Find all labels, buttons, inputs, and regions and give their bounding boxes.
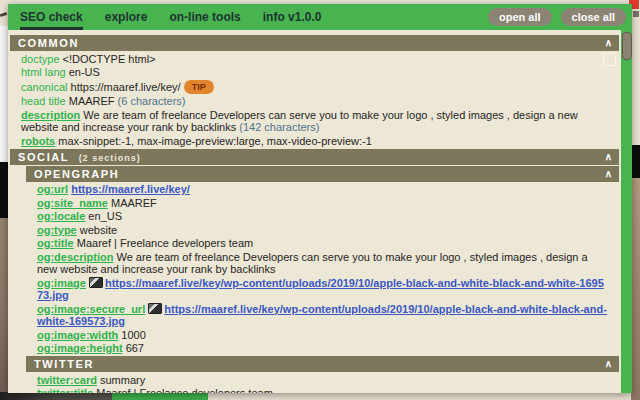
- chevron-up-icon: ∧: [605, 356, 612, 371]
- meta-key-link[interactable]: og:url: [37, 183, 68, 195]
- close-all-button[interactable]: close all: [561, 8, 626, 26]
- chevron-up-icon: ∧: [605, 166, 612, 181]
- meta-value: <!DOCTYPE html>: [63, 53, 156, 65]
- meta-key-link[interactable]: og:locale: [37, 210, 85, 222]
- background-page-strip: [0, 392, 112, 400]
- tab-explore[interactable]: explore: [105, 4, 148, 30]
- meta-value: website: [80, 224, 117, 236]
- meta-key: head title: [21, 95, 66, 107]
- meta-key: doctype: [21, 53, 60, 65]
- section-title: TWITTER: [34, 358, 94, 370]
- meta-row: canonical https://maaref.live/key/ TIP: [8, 79, 621, 95]
- scrollbar-thumb[interactable]: [622, 32, 632, 60]
- meta-row: og:type website: [8, 223, 621, 237]
- subsection-rows: twitter:card summarytwitter:title Maaref…: [8, 373, 621, 393]
- character-count-note: (142 characters): [236, 121, 319, 133]
- meta-row: og:image:secure_url https://maaref.live/…: [8, 302, 621, 328]
- meta-key-link[interactable]: og:image:height: [37, 342, 123, 354]
- meta-key-link[interactable]: og:image:width: [37, 329, 118, 341]
- section-header-twitter[interactable]: TWITTER∧: [26, 356, 619, 372]
- meta-row: og:image:width 1000: [8, 328, 621, 342]
- meta-value-link[interactable]: https://maaref.live/key/: [71, 183, 190, 195]
- meta-key-link[interactable]: og:image:secure_url: [37, 303, 145, 315]
- scrollbar-track[interactable]: [621, 30, 632, 393]
- chevron-up-icon: ∧: [605, 35, 612, 50]
- section-header-opengraph[interactable]: OPENGRAPH∧: [26, 166, 619, 182]
- section-header-social[interactable]: SOCIAL (2 sections) ∧: [10, 149, 619, 165]
- ghost-square-icon: [603, 53, 616, 66]
- meta-row: og:description We are team of freelance …: [8, 250, 621, 276]
- meta-key-link[interactable]: twitter:title: [37, 387, 93, 393]
- background-text-fragment: [633, 11, 639, 17]
- meta-row: og:image https://maaref.live/key/wp-cont…: [8, 276, 621, 302]
- meta-row: robots max-snippet:-1, max-image-preview…: [8, 134, 621, 148]
- meta-row: og:locale en_US: [8, 210, 621, 224]
- meta-value: 1000: [121, 329, 145, 341]
- results-panel: COMMON ∧ doctype <!DOCTYPE html>html lan…: [8, 30, 621, 393]
- section-header-common[interactable]: COMMON ∧: [10, 35, 619, 51]
- meta-key-link[interactable]: og:type: [37, 224, 77, 236]
- meta-value: en-US: [69, 66, 100, 78]
- meta-row: og:site_name MAAREF: [8, 196, 621, 210]
- subsection-rows: og:url https://maaref.live/key/og:site_n…: [8, 183, 621, 356]
- meta-row: twitter:card summary: [8, 373, 621, 387]
- meta-value-link[interactable]: https://maaref.live/key/wp-content/uploa…: [37, 277, 604, 302]
- meta-value: We are team of freelance Developers can …: [37, 251, 588, 276]
- meta-row: description We are team of freelance Dev…: [8, 108, 621, 134]
- meta-row: head title MAAREF (6 characters): [8, 95, 621, 109]
- meta-key-link[interactable]: og:description: [37, 251, 113, 263]
- tab-info-version[interactable]: info v1.0.0: [263, 4, 322, 30]
- meta-row: html lang en-US: [8, 66, 621, 80]
- meta-value: en_US: [88, 210, 122, 222]
- background-text-fragment: [0, 12, 7, 17]
- meta-key-link[interactable]: og:site_name: [37, 197, 108, 209]
- image-icon: [89, 277, 103, 288]
- meta-row: og:url https://maaref.live/key/: [8, 183, 621, 197]
- menubar: SEO check explore on-line tools info v1.…: [8, 4, 632, 30]
- character-count-note: (6 characters): [115, 95, 186, 107]
- meta-key-link[interactable]: description: [21, 109, 80, 121]
- meta-key-link[interactable]: og:title: [37, 237, 74, 249]
- meta-value: MAAREF: [111, 197, 157, 209]
- image-icon: [148, 303, 162, 314]
- chevron-up-icon: ∧: [605, 149, 612, 164]
- section-title: COMMON: [18, 37, 79, 49]
- section-count: (2 sections): [79, 153, 141, 163]
- tab-online-tools[interactable]: on-line tools: [169, 4, 240, 30]
- screen: SEO check explore on-line tools info v1.…: [0, 0, 640, 400]
- section-title: OPENGRAPH: [34, 168, 119, 180]
- meta-row: og:title Maaref | Freelance developers t…: [8, 237, 621, 251]
- tip-badge[interactable]: TIP: [184, 80, 214, 95]
- common-rows: doctype <!DOCTYPE html>html lang en-USca…: [8, 52, 621, 148]
- meta-key: canonical: [21, 81, 67, 93]
- meta-value: max-snippet:-1, max-image-preview:large,…: [58, 135, 372, 147]
- meta-value: Maaref | Freelance developers team: [96, 387, 273, 393]
- seo-check-popup: SEO check explore on-line tools info v1.…: [8, 4, 632, 393]
- background-page-strip: [112, 392, 208, 400]
- background-page-strip: [631, 145, 640, 178]
- meta-row: og:image:height 667: [8, 342, 621, 356]
- meta-row: doctype <!DOCTYPE html>: [8, 52, 621, 66]
- meta-row: twitter:title Maaref | Freelance develop…: [8, 387, 621, 394]
- meta-value: summary: [100, 374, 145, 386]
- background-photo-strip: [631, 178, 640, 400]
- tab-seo-check[interactable]: SEO check: [20, 4, 83, 30]
- meta-key-link[interactable]: og:image: [37, 277, 86, 289]
- meta-value: 667: [126, 342, 144, 354]
- open-all-button[interactable]: open all: [488, 8, 552, 26]
- meta-key: html lang: [21, 66, 66, 78]
- meta-key-link[interactable]: robots: [21, 135, 55, 147]
- meta-value: https://maaref.live/key/: [71, 81, 181, 93]
- social-subsections: OPENGRAPH∧og:url https://maaref.live/key…: [8, 166, 621, 394]
- meta-key-link[interactable]: twitter:card: [37, 374, 97, 386]
- meta-value: Maaref | Freelance developers team: [77, 237, 254, 249]
- section-title: SOCIAL: [18, 151, 69, 163]
- meta-value: MAAREF: [69, 95, 115, 107]
